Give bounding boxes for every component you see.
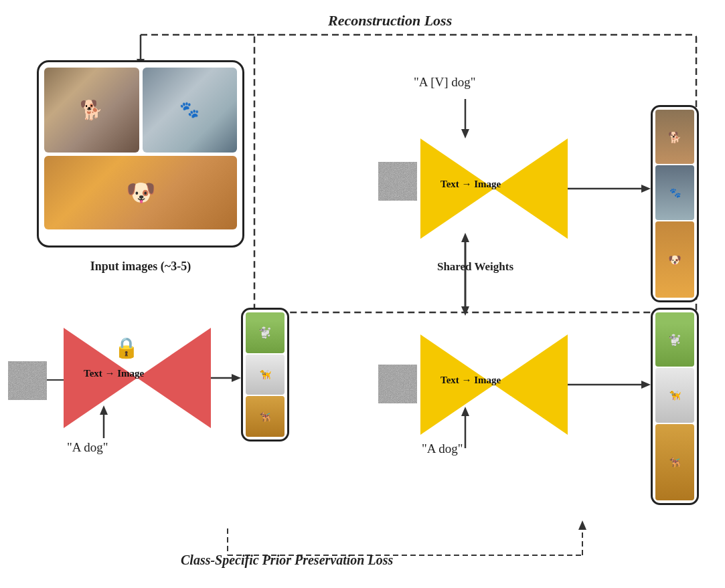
svg-rect-25 (378, 365, 417, 403)
svg-marker-31 (494, 334, 568, 435)
left-phone-img-1 (246, 312, 285, 353)
reconstruction-loss-label: Reconstruction Loss (328, 12, 452, 29)
a-dog-left-label: "A dog" (67, 440, 108, 455)
a-dog-right-label: "A dog" (422, 442, 463, 456)
noise-square-top-center (378, 162, 417, 201)
right-bottom-phone-img-3 (655, 424, 694, 500)
svg-marker-37 (232, 374, 241, 382)
red-bowtie-label: Text → Image (84, 368, 144, 379)
input-images-box (37, 60, 244, 248)
svg-marker-8 (461, 306, 469, 316)
diagram-container: Reconstruction Loss Input images (~3-5) (0, 0, 725, 588)
noise-square-bottom-center (378, 365, 417, 403)
right-bottom-phone-img-2 (655, 368, 694, 422)
left-phone-img-3 (246, 396, 285, 437)
a-v-dog-label: "A [V] dog" (414, 75, 476, 90)
noise-square-left (8, 361, 47, 400)
bottom-yellow-bowtie-label: Text → Image (440, 375, 501, 386)
shared-weights-label: Shared Weights (422, 260, 529, 274)
right-phone-strip-top (651, 105, 699, 302)
svg-marker-17 (578, 520, 586, 530)
bottom-yellow-bowtie: Text → Image (420, 334, 568, 435)
svg-rect-21 (8, 361, 47, 400)
right-top-phone-img-3 (655, 221, 694, 298)
class-specific-loss-label: Class-Specific Prior Preservation Loss (181, 553, 393, 568)
svg-marker-27 (137, 328, 211, 428)
top-yellow-bowtie: Text → Image (420, 138, 568, 239)
right-top-phone-img-2 (655, 165, 694, 219)
red-bowtie: 🔒 Text → Image (64, 328, 211, 428)
svg-marker-29 (494, 138, 568, 239)
left-phone-img-2 (246, 355, 285, 395)
lock-icon: 🔒 (114, 336, 139, 359)
svg-marker-35 (641, 381, 651, 389)
svg-marker-33 (641, 185, 651, 193)
right-phone-strip-bottom (651, 308, 699, 505)
svg-marker-5 (461, 129, 469, 138)
left-phone-strip (241, 308, 289, 442)
svg-rect-23 (378, 162, 417, 201)
dog-image-1 (44, 68, 139, 153)
right-bottom-phone-img-1 (655, 312, 694, 367)
top-yellow-bowtie-label: Text → Image (440, 179, 501, 190)
dog-image-2 (143, 68, 238, 153)
right-top-phone-img-1 (655, 110, 694, 164)
input-images-label: Input images (~3-5) (37, 260, 244, 274)
dog-image-3 (44, 156, 237, 229)
